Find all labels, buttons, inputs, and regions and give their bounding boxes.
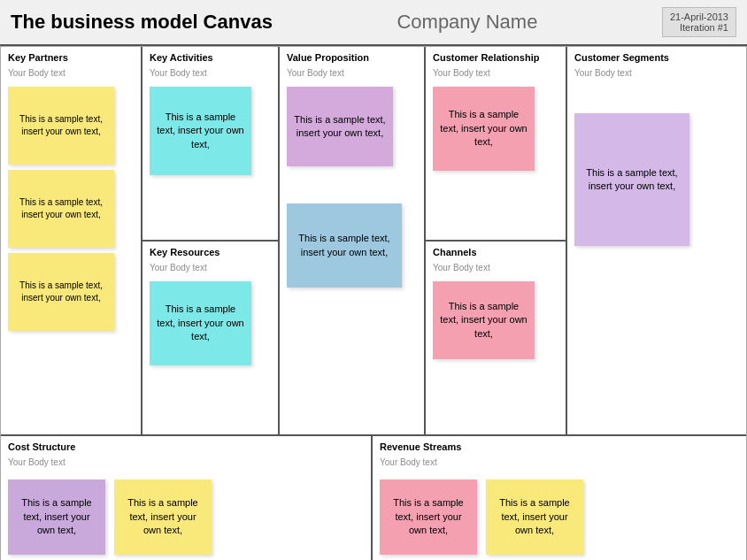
date-block: 21-April-2013 Iteration #1 [662,7,736,37]
channels-body: Your Body text [433,263,558,272]
sticky-note[interactable]: This is a sample text, insert your own t… [574,113,689,246]
sticky-note[interactable]: This is a sample text, insert your own t… [433,281,535,359]
value-proposition-title: Value Proposition [287,52,417,63]
customer-relationship-cell: Customer Relationship Your Body text Thi… [426,47,566,242]
sticky-note[interactable]: This is a sample text, insert your own t… [486,479,583,555]
company-name: Company Name [273,11,662,34]
value-proposition-body: Your Body text [287,68,417,78]
revenue-streams-body: Your Body text [380,457,739,467]
key-activities-cell: Key Activities Your Body text This is a … [142,47,278,242]
key-resources-title: Key Resources [150,247,271,257]
channels-title: Channels [433,247,558,257]
cost-structure-cell: Cost Structure Your Body text This is a … [1,436,373,560]
iteration-text: Iteration #1 [670,22,728,33]
sticky-note[interactable]: This is a sample text, insert your own t… [287,203,402,288]
canvas-wrapper: The business model Canvas Company Name 2… [0,0,747,560]
customer-segments-body: Your Body text [574,68,739,78]
canvas-title: The business model Canvas [11,11,273,34]
top-section: Key Partners Your Body text This is a sa… [1,47,746,436]
cost-structure-body: Your Body text [8,457,364,467]
sticky-note[interactable]: This is a sample text, insert your own t… [150,281,251,365]
key-partners-cell: Key Partners Your Body text This is a sa… [1,47,142,434]
key-activities-body: Your Body text [150,68,271,78]
key-resources-body: Your Body text [150,263,271,272]
sticky-note[interactable]: This is a sample text, insert your own t… [8,479,105,555]
customer-segments-title: Customer Segments [574,52,739,63]
key-partners-body: Your Body text [8,68,134,78]
date-text: 21-April-2013 [670,12,728,22]
cost-structure-title: Cost Structure [8,441,364,452]
revenue-streams-cell: Revenue Streams Your Body text This is a… [373,436,746,560]
customer-relationship-title: Customer Relationship [433,52,558,63]
sticky-note[interactable]: This is a sample text, insert your own t… [8,87,114,165]
sticky-note[interactable]: This is a sample text, insert your own t… [287,87,393,166]
channels-cell: Channels Your Body text This is a sample… [426,242,566,434]
key-activities-title: Key Activities [150,52,271,63]
value-proposition-cell: Value Proposition Your Body text This is… [280,47,426,434]
sticky-note[interactable]: This is a sample text, insert your own t… [150,87,251,175]
activities-resources-col: Key Activities Your Body text This is a … [142,47,280,434]
sticky-note[interactable]: This is a sample text, insert your own t… [433,87,535,171]
sticky-note[interactable]: This is a sample text, insert your own t… [8,170,114,248]
customer-segments-cell: Customer Segments Your Body text This is… [567,47,746,434]
canvas-grid: Key Partners Your Body text This is a sa… [0,46,747,560]
customer-relationship-body: Your Body text [433,68,558,78]
key-resources-cell: Key Resources Your Body text This is a s… [142,242,278,434]
header: The business model Canvas Company Name 2… [0,0,747,46]
cr-channels-col: Customer Relationship Your Body text Thi… [426,47,567,434]
revenue-streams-title: Revenue Streams [380,441,739,452]
sticky-note[interactable]: This is a sample text, insert your own t… [8,253,114,331]
sticky-note[interactable]: This is a sample text, insert your own t… [114,479,212,555]
sticky-note[interactable]: This is a sample text, insert your own t… [380,479,477,555]
bottom-section: Cost Structure Your Body text This is a … [1,436,746,560]
key-partners-title: Key Partners [8,52,134,63]
